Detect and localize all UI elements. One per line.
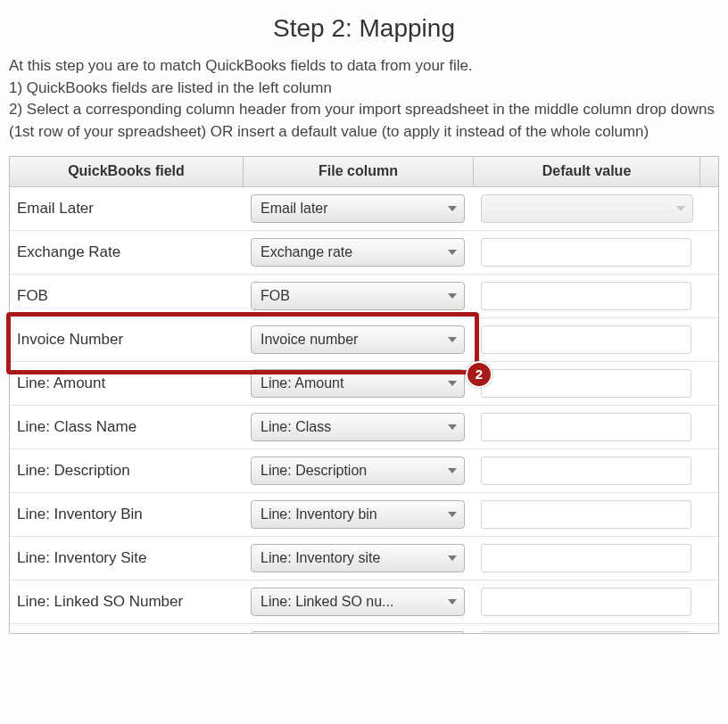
table-row: Line: Inventory SiteLine: Inventory site bbox=[10, 537, 718, 580]
chevron-down-icon bbox=[448, 555, 457, 561]
default-value-input[interactable] bbox=[481, 588, 691, 616]
file-column-cell: Exchange rate bbox=[244, 231, 474, 274]
default-value-cell bbox=[474, 449, 700, 492]
default-value-dropdown bbox=[481, 194, 693, 223]
qb-field-label: Email Later bbox=[10, 187, 244, 230]
qb-field-label: FOB bbox=[10, 275, 244, 317]
qb-field-label: Line: Amount bbox=[10, 362, 244, 405]
file-column-value: Line: Amount bbox=[261, 375, 448, 391]
chevron-down-icon bbox=[448, 293, 457, 299]
default-value-cell bbox=[474, 624, 700, 633]
default-value-input[interactable] bbox=[481, 282, 691, 310]
qb-field-label: Line: Class Name bbox=[10, 406, 244, 448]
file-column-cell: Email later bbox=[244, 187, 474, 230]
default-value-cell bbox=[474, 580, 700, 623]
default-value-input[interactable] bbox=[481, 325, 691, 354]
instructions-line-2: 2) Select a corresponding column header … bbox=[9, 99, 719, 143]
qb-field-label: Line: Inventory Site bbox=[10, 537, 244, 580]
qb-field-label: Invoice Number bbox=[10, 318, 244, 361]
file-column-value: Line: Class bbox=[261, 419, 448, 435]
file-column-value: Line: Description bbox=[261, 463, 448, 479]
table-body[interactable]: Email LaterEmail laterExchange RateExcha… bbox=[10, 187, 718, 633]
file-column-dropdown[interactable]: Line: Inventory bin bbox=[251, 500, 465, 529]
mapping-table: 2 QuickBooks field File column Default v… bbox=[9, 156, 719, 634]
file-column-cell: Line: Linked SO nu... bbox=[244, 580, 474, 623]
file-column-dropdown[interactable]: FOB bbox=[251, 282, 465, 310]
file-column-dropdown[interactable]: Exchange rate bbox=[251, 238, 465, 267]
file-column-value: Exchange rate bbox=[261, 244, 448, 260]
file-column-dropdown[interactable]: Invoice number bbox=[251, 325, 465, 354]
header-quickbooks-field: QuickBooks field bbox=[10, 157, 244, 186]
table-row: Email LaterEmail later bbox=[10, 187, 718, 231]
file-column-value: Line: Inventory site bbox=[261, 550, 448, 566]
table-row: Line: Linked SO NumberLine: Linked SO nu… bbox=[10, 580, 718, 624]
default-value-input[interactable] bbox=[481, 238, 691, 267]
file-column-cell: Line: Amount bbox=[244, 362, 474, 405]
table-header: QuickBooks field File column Default val… bbox=[10, 157, 718, 187]
chevron-down-icon bbox=[448, 599, 457, 605]
file-column-value: Line: Linked SO nu... bbox=[261, 594, 448, 610]
table-row: FOBFOB bbox=[10, 275, 718, 318]
file-column-cell: Line: Description bbox=[244, 449, 474, 492]
file-column-cell: Line: Class bbox=[244, 406, 474, 448]
default-value-cell bbox=[474, 406, 700, 448]
default-value-input[interactable] bbox=[481, 544, 691, 572]
file-column-cell: Line: Inventory bin bbox=[244, 493, 474, 536]
default-value-cell bbox=[474, 493, 700, 536]
chevron-down-icon bbox=[448, 206, 457, 211]
qb-field-label: Line: Inventory Bin bbox=[10, 493, 244, 536]
instructions-line-1: 1) QuickBooks fields are listed in the l… bbox=[9, 78, 719, 100]
chevron-down-icon bbox=[448, 424, 457, 430]
table-row: Line: AmountLine: Amount bbox=[10, 362, 718, 406]
table-row: Line: DescriptionLine: Description bbox=[10, 449, 718, 493]
default-value-cell bbox=[474, 362, 700, 405]
chevron-down-icon bbox=[448, 250, 457, 255]
file-column-dropdown[interactable]: Line: Inventory site bbox=[251, 544, 465, 572]
chevron-down-icon bbox=[448, 468, 457, 473]
instructions: At this step you are to match QuickBooks… bbox=[9, 55, 719, 144]
table-row: Line: Class NameLine: Class bbox=[10, 406, 718, 449]
default-value-input[interactable] bbox=[481, 631, 691, 633]
file-column-value: Invoice number bbox=[261, 332, 448, 348]
file-column-cell: Invoice number bbox=[244, 318, 474, 361]
file-column-cell: Line: Inventory site bbox=[244, 537, 474, 580]
table-row: Line: Other 1Line: Other 1 bbox=[10, 624, 718, 633]
file-column-dropdown[interactable]: Line: Description bbox=[251, 457, 465, 485]
table-row: Line: Inventory BinLine: Inventory bin bbox=[10, 493, 718, 537]
default-value-input[interactable] bbox=[481, 369, 691, 398]
file-column-dropdown[interactable]: Line: Class bbox=[251, 413, 465, 441]
default-value-cell bbox=[474, 537, 700, 580]
file-column-value: FOB bbox=[261, 288, 448, 304]
chevron-down-icon bbox=[448, 337, 457, 342]
qb-field-label: Line: Description bbox=[10, 449, 244, 492]
table-row: Invoice NumberInvoice number bbox=[10, 318, 718, 362]
qb-field-label: Exchange Rate bbox=[10, 231, 244, 274]
file-column-dropdown[interactable]: Line: Linked SO nu... bbox=[251, 588, 465, 616]
header-default-value: Default value bbox=[474, 157, 700, 186]
file-column-dropdown[interactable]: Email later bbox=[251, 194, 465, 223]
default-value-cell bbox=[474, 231, 700, 274]
default-value-input[interactable] bbox=[481, 457, 691, 485]
chevron-down-icon bbox=[448, 512, 457, 517]
file-column-dropdown[interactable]: Line: Other 1 bbox=[251, 631, 465, 633]
default-value-cell bbox=[474, 187, 700, 230]
default-value-input[interactable] bbox=[481, 413, 691, 441]
file-column-value: Email later bbox=[261, 201, 448, 217]
file-column-cell: FOB bbox=[244, 275, 474, 317]
file-column-cell: Line: Other 1 bbox=[244, 624, 474, 633]
qb-field-label: Line: Other 1 bbox=[10, 624, 244, 633]
file-column-value: Line: Inventory bin bbox=[261, 506, 448, 522]
table-row: Exchange RateExchange rate bbox=[10, 231, 718, 275]
header-file-column: File column bbox=[244, 157, 474, 186]
default-value-cell bbox=[474, 318, 700, 361]
default-value-cell bbox=[474, 275, 700, 317]
qb-field-label: Line: Linked SO Number bbox=[10, 580, 244, 623]
page-title: Step 2: Mapping bbox=[9, 14, 719, 43]
header-scroll-gutter bbox=[700, 157, 716, 186]
instructions-intro: At this step you are to match QuickBooks… bbox=[9, 55, 719, 78]
chevron-down-icon bbox=[676, 206, 685, 211]
file-column-dropdown[interactable]: Line: Amount bbox=[251, 369, 465, 398]
default-value-input[interactable] bbox=[481, 500, 691, 529]
chevron-down-icon bbox=[448, 381, 457, 386]
